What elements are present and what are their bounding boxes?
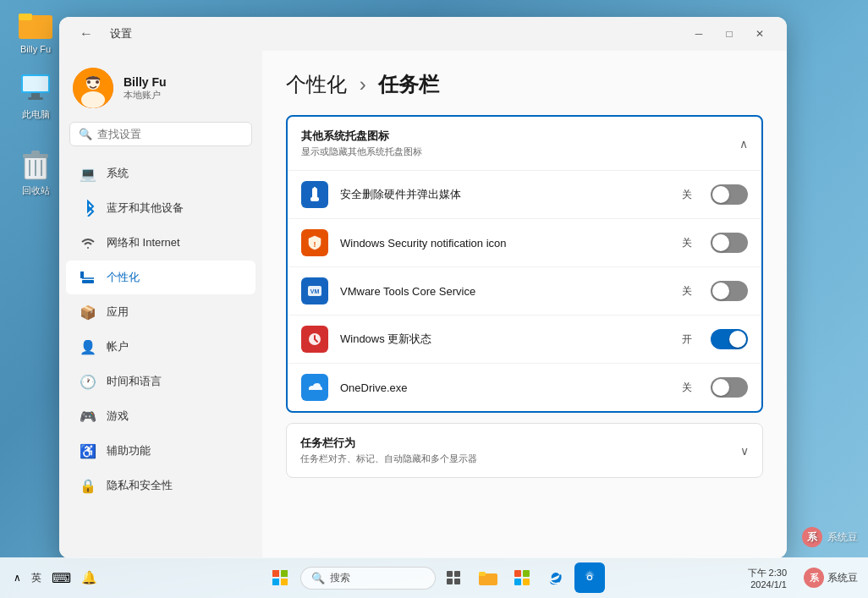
svg-point-17 xyxy=(96,80,99,84)
close-button[interactable]: ✕ xyxy=(746,24,773,44)
taskbar-left: ∧ 英 ⌨ 🔔 xyxy=(10,568,101,588)
taskbar-keyboard-icon[interactable]: ⌨ xyxy=(48,568,74,588)
window-controls: ─ □ ✕ xyxy=(685,24,773,44)
titlebar-left: ← 设置 xyxy=(73,24,132,44)
onedrive-icon xyxy=(301,374,328,401)
svg-point-45 xyxy=(588,576,591,579)
sidebar-search-box[interactable]: 🔍 xyxy=(69,122,252,146)
accounts-icon: 👤 xyxy=(80,338,96,355)
settings-taskbar-button[interactable] xyxy=(574,562,605,593)
notification-icon: 🔔 xyxy=(81,570,97,585)
edge-button[interactable] xyxy=(541,562,571,593)
svg-rect-30 xyxy=(272,579,279,585)
time-icon: 🕐 xyxy=(80,373,96,390)
recycle-icon xyxy=(19,148,52,182)
nav-label-accessibility: 辅助功能 xyxy=(107,443,151,458)
back-button[interactable]: ← xyxy=(73,24,100,44)
apps-icon: 📦 xyxy=(80,304,96,321)
nav-label-bluetooth: 蓝牙和其他设备 xyxy=(107,200,184,216)
security-toggle[interactable] xyxy=(711,233,748,253)
onedrive-status: 关 xyxy=(682,381,692,395)
lang-text: 英 xyxy=(31,571,41,585)
taskbar-tray-show-hidden[interactable]: ∧ xyxy=(10,570,25,585)
keyboard-icon: ⌨ xyxy=(52,570,71,586)
vmware-toggle[interactable] xyxy=(711,281,748,301)
section-header-tray[interactable]: 其他系统托盘图标 显示或隐藏其他系统托盘图标 ∧ xyxy=(288,117,761,170)
brand-logo: 系 系统豆 xyxy=(804,568,858,588)
taskbar-notification-icon[interactable]: 🔔 xyxy=(78,568,101,587)
sidebar-item-bluetooth[interactable]: 蓝牙和其他设备 xyxy=(66,191,255,225)
svg-rect-22 xyxy=(310,197,319,201)
tray-item-windows-update: Windows 更新状态 开 xyxy=(288,315,761,363)
sidebar-item-privacy[interactable]: 🔒 隐私和安全性 xyxy=(66,469,255,502)
time-display: 下午 2:30 2024/1/1 xyxy=(748,567,787,590)
windows-update-icon xyxy=(301,326,328,353)
sidebar-item-accessibility[interactable]: ♿ 辅助功能 xyxy=(66,434,255,468)
start-button[interactable] xyxy=(263,561,297,595)
taskview-button[interactable] xyxy=(439,562,470,593)
pc-icon xyxy=(19,72,52,106)
gaming-icon: 🎮 xyxy=(80,408,96,425)
nav-label-time: 时间和语言 xyxy=(107,374,162,389)
nav-label-personalization: 个性化 xyxy=(107,270,140,285)
taskbar-search[interactable]: 🔍 搜索 xyxy=(300,567,436,590)
section-header-behavior[interactable]: 任务栏行为 任务栏对齐、标记、自动隐藏和多个显示器 ∨ xyxy=(287,424,762,477)
nav-label-privacy: 隐私和安全性 xyxy=(107,478,173,493)
pc-label: 此电脑 xyxy=(22,109,50,120)
svg-rect-39 xyxy=(514,570,521,577)
svg-rect-23 xyxy=(314,187,316,190)
usb-toggle[interactable] xyxy=(711,184,748,205)
section-header-text-tray: 其他系统托盘图标 显示或隐藏其他系统托盘图标 xyxy=(301,129,422,158)
section-subtitle-behavior: 任务栏对齐、标记、自动隐藏和多个显示器 xyxy=(300,453,477,465)
privacy-icon: 🔒 xyxy=(80,477,96,494)
taskbar-time[interactable]: 下午 2:30 2024/1/1 xyxy=(744,565,790,591)
maximize-button[interactable]: □ xyxy=(716,24,743,44)
sidebar-item-apps[interactable]: 📦 应用 xyxy=(66,295,255,329)
nav-label-gaming: 游戏 xyxy=(107,409,129,424)
svg-text:VM: VM xyxy=(310,288,320,294)
sidebar-item-accounts[interactable]: 👤 帐户 xyxy=(66,330,255,364)
sidebar-item-time[interactable]: 🕐 时间和语言 xyxy=(66,365,255,398)
desktop-icon-recycle[interactable]: 回收站 xyxy=(8,148,63,196)
svg-text:!: ! xyxy=(314,240,316,249)
page-current: 任务栏 xyxy=(378,73,439,96)
window-title: 设置 xyxy=(110,26,132,41)
file-explorer-button[interactable] xyxy=(473,562,503,593)
desktop-icon-folder[interactable]: Billy Fu xyxy=(8,7,63,55)
main-content: 个性化 › 任务栏 其他系统托盘图标 显示或隐藏其他系统托盘图标 ∧ xyxy=(262,51,787,558)
folder-icon xyxy=(19,7,52,41)
minimize-button[interactable]: ─ xyxy=(685,24,712,44)
svg-rect-6 xyxy=(28,97,43,100)
windows-update-toggle[interactable] xyxy=(711,329,748,349)
usb-status: 关 xyxy=(682,188,692,202)
breadcrumb-prefix: 个性化 xyxy=(286,73,347,96)
taskbar-search-icon: 🔍 xyxy=(311,572,325,584)
usb-icon xyxy=(301,181,328,208)
brand-name: 系统豆 xyxy=(827,571,858,585)
sidebar-item-network[interactable]: 网络和 Internet xyxy=(66,226,255,260)
user-profile[interactable]: Billy Fu 本地账户 xyxy=(59,61,262,122)
svg-rect-33 xyxy=(454,571,460,577)
security-label: Windows Security notification icon xyxy=(340,237,670,250)
sidebar-item-gaming[interactable]: 🎮 游戏 xyxy=(66,399,255,433)
network-icon xyxy=(80,234,96,251)
nav-label-system: 系统 xyxy=(107,166,129,181)
breadcrumb-separator: › xyxy=(360,73,366,96)
search-input[interactable] xyxy=(97,128,243,140)
onedrive-toggle[interactable] xyxy=(711,377,748,398)
svg-rect-31 xyxy=(281,579,288,585)
watermark: 系 系统豆 xyxy=(802,527,858,547)
page-title: 个性化 › 任务栏 xyxy=(286,71,763,98)
svg-rect-40 xyxy=(523,570,530,577)
svg-point-15 xyxy=(81,91,105,108)
sidebar-item-personalization[interactable]: 个性化 xyxy=(66,261,255,294)
sidebar-item-system[interactable]: 💻 系统 xyxy=(66,156,255,190)
watermark-text: 系统豆 xyxy=(827,530,858,545)
desktop-icon-pc[interactable]: 此电脑 xyxy=(8,72,63,120)
nav-label-accounts: 帐户 xyxy=(107,339,129,354)
svg-rect-29 xyxy=(281,570,288,577)
store-button[interactable] xyxy=(507,562,537,593)
system-icon: 💻 xyxy=(80,165,96,182)
svg-rect-5 xyxy=(31,93,40,97)
taskbar-language-indicator[interactable]: 英 xyxy=(28,569,45,587)
